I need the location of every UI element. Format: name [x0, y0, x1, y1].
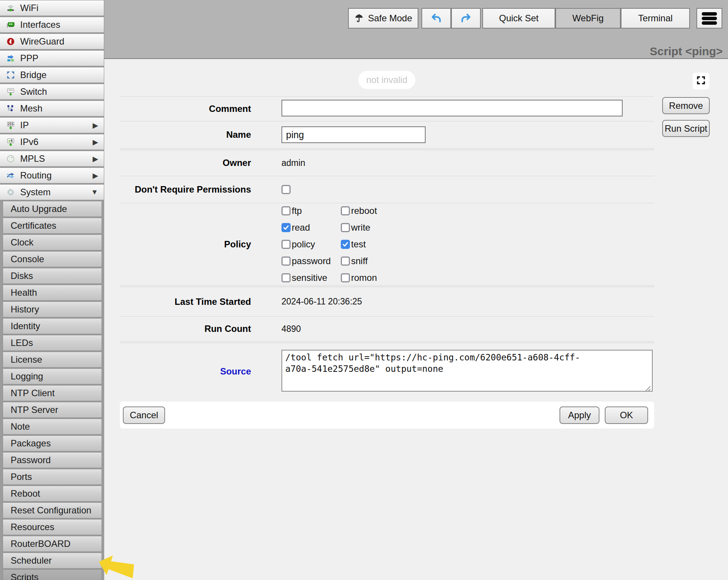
policy-option-write: write — [341, 222, 377, 233]
sidebar-item-license[interactable]: License — [3, 352, 102, 368]
wifi-icon — [6, 3, 15, 13]
sidebar-item-label: Logging — [11, 371, 43, 382]
sidebar-item-switch[interactable]: Switch — [0, 84, 104, 100]
policy-checkbox-sensitive[interactable] — [281, 273, 291, 282]
remove-button[interactable]: Remove — [662, 97, 710, 114]
script-form: Comment Name Owner admin Don't Require P… — [120, 96, 654, 400]
ip-icon: 255 — [6, 121, 15, 130]
owner-label: Owner — [120, 158, 281, 168]
redo-button[interactable] — [451, 8, 481, 29]
name-field[interactable] — [281, 126, 426, 143]
sidebar-item-health[interactable]: Health — [3, 285, 102, 301]
sidebar-item-logging[interactable]: Logging — [3, 368, 102, 384]
sidebar-item-interfaces[interactable]: Interfaces — [0, 17, 104, 33]
sidebar-item-label: Switch — [20, 86, 47, 97]
sidebar-item-leds[interactable]: LEDs — [3, 335, 102, 351]
policy-option-label: password — [292, 256, 331, 266]
name-row: Name — [120, 121, 654, 148]
sidebar-item-resources[interactable]: Resources — [3, 519, 102, 535]
sidebar-item-note[interactable]: Note — [3, 419, 102, 435]
run-script-button[interactable]: Run Script — [662, 120, 710, 137]
policy-option-label: ftp — [292, 206, 302, 216]
policy-checkbox-sniff[interactable] — [341, 257, 350, 266]
sidebar-item-wifi[interactable]: WiFi — [0, 0, 104, 16]
sidebar-item-disks[interactable]: Disks — [3, 268, 102, 284]
sidebar-item-wireguard[interactable]: WireGuard — [0, 33, 104, 49]
policy-row: Policy ftprebootreadwritepolicytestpassw… — [120, 203, 654, 285]
tab-quick-set[interactable]: Quick Set — [482, 8, 555, 29]
source-row: Source /tool fetch url="https://hc-ping.… — [120, 343, 654, 400]
policy-checkbox-read[interactable] — [281, 223, 291, 232]
sidebar-item-ppp[interactable]: PPP — [0, 50, 104, 66]
run-count-row: Run Count 4890 — [120, 317, 654, 341]
policy-option-password: password — [281, 256, 341, 266]
mpls-icon — [6, 154, 15, 163]
sidebar-item-console[interactable]: Console — [3, 251, 102, 267]
sidebar-item-mpls[interactable]: MPLS▶ — [0, 151, 104, 167]
sidebar-item-packages[interactable]: Packages — [3, 435, 102, 451]
comment-label: Comment — [120, 104, 281, 114]
hamburger-menu-button[interactable] — [696, 8, 722, 29]
cancel-button[interactable]: Cancel — [123, 406, 165, 424]
header-band: Safe Mode Quick Set WebFig Terminal Scri… — [104, 0, 728, 59]
sidebar-item-password[interactable]: Password — [3, 452, 102, 468]
sidebar-item-reboot[interactable]: Reboot — [3, 486, 102, 502]
sidebar-item-reset-configuration[interactable]: Reset Configuration — [3, 502, 102, 518]
ok-button[interactable]: OK — [605, 406, 648, 424]
policy-checkbox-reboot[interactable] — [341, 206, 350, 215]
sidebar-item-bridge[interactable]: Bridge — [0, 67, 104, 83]
policy-checkbox-romon[interactable] — [341, 273, 350, 282]
sidebar-item-label: Scheduler — [11, 555, 52, 566]
sidebar-item-routing[interactable]: Routing▶ — [0, 167, 104, 183]
safe-mode-button[interactable]: Safe Mode — [348, 8, 418, 29]
fullscreen-button[interactable] — [693, 73, 709, 89]
sidebar-item-certificates[interactable]: Certificates — [3, 218, 102, 234]
sidebar-item-mesh[interactable]: Mesh — [0, 100, 104, 116]
sidebar-item-label: Interfaces — [20, 19, 60, 30]
sidebar-item-label: Ports — [11, 472, 32, 482]
safe-mode-label: Safe Mode — [368, 13, 412, 24]
policy-checkbox-password[interactable] — [281, 257, 291, 266]
sidebar-item-ip[interactable]: 255IP▶ — [0, 117, 104, 133]
routing-icon — [6, 171, 15, 180]
dont-require-permissions-checkbox[interactable] — [281, 185, 291, 194]
tab-webfig[interactable]: WebFig — [555, 8, 621, 29]
name-label: Name — [120, 129, 281, 140]
sidebar-item-routerboard[interactable]: RouterBOARD — [3, 536, 102, 552]
policy-option-label: write — [351, 222, 370, 233]
sidebar-item-label: PPP — [20, 53, 38, 64]
sidebar-item-clock[interactable]: Clock — [3, 234, 102, 250]
tab-terminal[interactable]: Terminal — [621, 8, 690, 29]
comment-field[interactable] — [281, 100, 623, 116]
sidebar-item-label: System — [20, 187, 51, 198]
sidebar-item-label: History — [11, 304, 39, 315]
source-field[interactable]: /tool fetch url="https://hc-ping.com/620… — [281, 350, 653, 392]
policy-options: ftprebootreadwritepolicytestpasswordsnif… — [281, 203, 654, 285]
svg-text:v: v — [8, 139, 11, 143]
sidebar-item-identity[interactable]: Identity — [3, 318, 102, 334]
apply-button[interactable]: Apply — [560, 406, 599, 424]
sidebar-item-ntp-server[interactable]: NTP Server — [3, 402, 102, 418]
sidebar-item-ipv6[interactable]: v6IPv6▶ — [0, 134, 104, 150]
sidebar-item-system[interactable]: System▼ — [0, 184, 104, 200]
policy-checkbox-ftp[interactable] — [281, 206, 291, 215]
redo-icon — [460, 13, 472, 24]
policy-checkbox-test[interactable] — [341, 240, 350, 249]
sidebar-item-ports[interactable]: Ports — [3, 469, 102, 485]
policy-checkbox-policy[interactable] — [281, 240, 291, 249]
last-time-started-value: 2024-06-11 20:36:25 — [281, 296, 654, 307]
policy-option-romon: romon — [341, 272, 377, 283]
hamburger-icon — [702, 11, 717, 25]
sidebar-item-auto-upgrade[interactable]: Auto Upgrade — [3, 201, 102, 217]
sidebar-item-label: WireGuard — [20, 36, 64, 47]
sidebar-item-history[interactable]: History — [3, 301, 102, 317]
undo-button[interactable] — [421, 8, 451, 29]
sidebar-item-scheduler[interactable]: Scheduler — [3, 553, 102, 569]
sidebar-item-label: Console — [11, 254, 44, 265]
run-count-label: Run Count — [120, 323, 281, 334]
sidebar-item-ntp-client[interactable]: NTP Client — [3, 385, 102, 401]
sidebar-system-submenu: Auto UpgradeCertificatesClockConsoleDisk… — [0, 201, 104, 580]
policy-checkbox-write[interactable] — [341, 223, 350, 232]
sidebar-item-scripts[interactable]: Scripts — [3, 569, 102, 580]
wireguard-icon — [6, 37, 15, 46]
